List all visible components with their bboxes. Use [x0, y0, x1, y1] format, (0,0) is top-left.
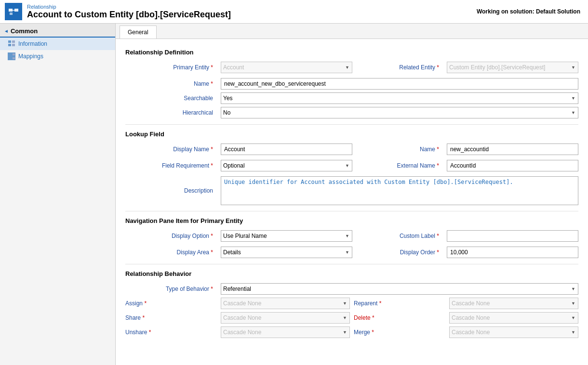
solution-label: Working on solution: Default Solution — [477, 8, 580, 15]
information-icon — [8, 40, 15, 48]
searchable-label: Searchable — [125, 95, 217, 102]
svg-rect-9 — [13, 53, 15, 55]
share-select[interactable]: Cascade None — [221, 312, 350, 324]
svg-rect-7 — [12, 44, 15, 46]
external-name-required: * — [437, 162, 439, 169]
display-option-select-wrapper: Use Plural Name Use Custom Label Do Not … — [221, 230, 352, 242]
lookup-name-label: Name * — [356, 146, 443, 153]
description-row: Description Unique identifier for Accoun… — [125, 176, 578, 205]
custom-label-input[interactable] — [447, 230, 578, 242]
lookup-display-name-row: Display Name * Name * — [125, 143, 578, 155]
display-area-required: * — [211, 249, 213, 256]
divider-2 — [125, 211, 578, 211]
relationship-definition-title: Relationship Definition — [125, 49, 578, 56]
type-of-behavior-label: Type of Behavior * — [125, 286, 217, 292]
custom-label-required: * — [437, 233, 439, 239]
display-area-select-wrapper: Details Marketing Sales Service — [221, 247, 352, 258]
external-name-label: External Name * — [356, 162, 443, 169]
assign-reparent-row: Assign * Cascade None Reparent * — [125, 298, 578, 309]
tab-bar: General — [116, 24, 588, 39]
lookup-display-name-input[interactable] — [221, 143, 352, 155]
sidebar-section-header: ◄ Common — [0, 24, 115, 38]
display-order-required: * — [437, 249, 439, 256]
display-area-label: Display Area * — [125, 249, 217, 256]
field-requirement-select-wrapper: Optional Required Recommended — [221, 160, 352, 171]
name-required: * — [211, 80, 213, 87]
related-entity-label: Related Entity * — [356, 64, 443, 71]
display-option-select[interactable]: Use Plural Name Use Custom Label Do Not … — [221, 230, 352, 242]
external-name-input[interactable] — [447, 160, 578, 171]
lookup-name-input[interactable] — [447, 143, 578, 155]
custom-label-label: Custom Label * — [356, 233, 443, 239]
sidebar-section-label: Common — [11, 27, 38, 35]
display-option-row: Display Option * Use Plural Name Use Cus… — [125, 230, 578, 242]
header-left: Relationship Account to Custom Entity [d… — [5, 3, 231, 20]
svg-rect-4 — [8, 40, 11, 43]
unshare-label: Unshare * — [125, 329, 217, 336]
display-option-required: * — [211, 233, 213, 239]
unshare-select-wrapper: Cascade None — [221, 326, 350, 338]
hierarchical-select[interactable]: No Yes — [221, 107, 578, 118]
display-area-row: Display Area * Details Marketing Sales S… — [125, 247, 578, 258]
divider-1 — [125, 124, 578, 125]
lookup-display-name-required: * — [211, 146, 213, 153]
relationship-icon — [5, 3, 22, 20]
reparent-select[interactable]: Cascade None — [449, 298, 578, 309]
svg-rect-8 — [8, 53, 11, 55]
svg-rect-11 — [8, 57, 11, 59]
sidebar-item-mappings[interactable]: Mappings — [0, 50, 115, 63]
display-option-label: Display Option * — [125, 233, 217, 239]
assign-select-wrapper: Cascade None — [221, 298, 350, 309]
type-of-behavior-row: Type of Behavior * Referential Parental … — [125, 283, 578, 295]
reparent-select-wrapper: Cascade None — [449, 298, 578, 309]
related-entity-select-wrapper: Custom Entity [dbo].[ServiceRequest] — [447, 62, 578, 73]
header-title: Account to Custom Entity [dbo].[ServiceR… — [27, 10, 231, 20]
merge-label: Merge * — [354, 329, 445, 336]
sidebar-item-information[interactable]: Information — [0, 38, 115, 50]
display-area-select[interactable]: Details Marketing Sales Service — [221, 247, 352, 258]
navigation-pane-title: Navigation Pane Item for Primary Entity — [125, 217, 578, 224]
lookup-display-name-label: Display Name * — [125, 146, 217, 153]
form-content: Relationship Definition Primary Entity *… — [116, 39, 588, 349]
svg-rect-12 — [13, 57, 15, 59]
header-subtitle: Relationship — [27, 4, 231, 10]
field-requirement-select[interactable]: Optional Required Recommended — [221, 160, 352, 171]
tab-general[interactable]: General — [120, 26, 157, 39]
primary-entity-select-wrapper: Account — [221, 62, 352, 73]
name-label: Name * — [125, 80, 217, 87]
merge-select-wrapper: Cascade None — [449, 326, 578, 338]
merge-select[interactable]: Cascade None — [449, 326, 578, 338]
type-of-behavior-select[interactable]: Referential Parental Configurable Cascad… — [221, 283, 578, 295]
related-entity-select[interactable]: Custom Entity [dbo].[ServiceRequest] — [447, 62, 578, 73]
searchable-select-wrapper: Yes No — [221, 92, 578, 104]
sidebar-item-mappings-label: Mappings — [18, 53, 43, 60]
delete-select[interactable]: Cascade None — [449, 312, 578, 324]
lookup-field-title: Lookup Field — [125, 130, 578, 138]
hierarchical-row: Hierarchical No Yes — [125, 107, 578, 118]
primary-entity-select[interactable]: Account — [221, 62, 352, 73]
unshare-select[interactable]: Cascade None — [221, 326, 350, 338]
svg-rect-6 — [8, 44, 11, 46]
assign-select[interactable]: Cascade None — [221, 298, 350, 309]
hierarchical-label: Hierarchical — [125, 109, 217, 116]
description-textarea[interactable]: Unique identifier for Account associated… — [221, 176, 578, 205]
svg-rect-0 — [9, 9, 13, 12]
primary-related-row: Primary Entity * Account Related Entity … — [125, 62, 578, 73]
description-label: Description — [125, 187, 217, 194]
content-area: General Relationship Definition Primary … — [116, 24, 588, 365]
display-order-label: Display Order * — [356, 249, 443, 256]
type-of-behavior-required: * — [211, 286, 213, 292]
collapse-icon: ◄ — [4, 28, 9, 34]
name-input[interactable] — [221, 78, 578, 90]
lookup-name-required: * — [437, 146, 439, 153]
svg-rect-5 — [12, 40, 15, 43]
reparent-label: Reparent * — [354, 300, 445, 307]
field-requirement-row: Field Requirement * Optional Required Re… — [125, 160, 578, 171]
assign-label: Assign * — [125, 300, 217, 307]
display-order-input[interactable] — [447, 247, 578, 258]
share-select-wrapper: Cascade None — [221, 312, 350, 324]
field-requirement-label: Field Requirement * — [125, 162, 217, 169]
tab-general-label: General — [128, 29, 148, 36]
searchable-select[interactable]: Yes No — [221, 92, 578, 104]
header: Relationship Account to Custom Entity [d… — [0, 0, 588, 24]
